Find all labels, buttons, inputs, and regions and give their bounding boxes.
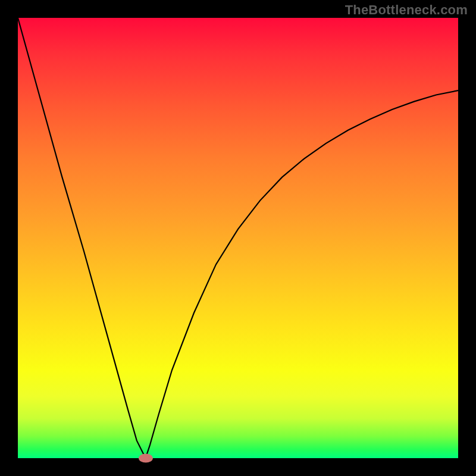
watermark-text: TheBottleneck.com xyxy=(345,2,468,18)
curve-svg xyxy=(18,18,458,458)
chart-container: TheBottleneck.com xyxy=(0,0,476,476)
plot-area xyxy=(18,18,458,458)
bottleneck-marker xyxy=(139,454,153,463)
bottleneck-curve xyxy=(18,18,458,458)
